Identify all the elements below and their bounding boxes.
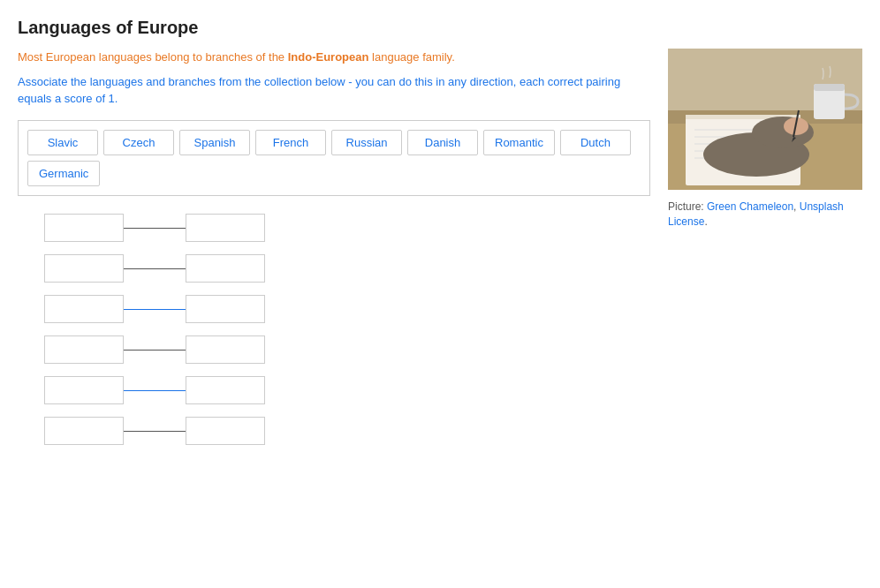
intro-text-after: language family. <box>368 50 454 64</box>
word-chip-czech[interactable]: Czech <box>103 130 174 155</box>
pair-right-4[interactable] <box>186 335 265 364</box>
pair-row-5 <box>44 376 650 404</box>
word-chip-spanish[interactable]: Spanish <box>179 130 250 155</box>
word-chip-germanic[interactable]: Germanic <box>27 161 100 186</box>
photo-caption: Picture: Green Chameleon, Unsplash Licen… <box>668 200 862 230</box>
pair-right-1[interactable] <box>186 214 265 242</box>
word-chip-french[interactable]: French <box>255 130 326 155</box>
caption-separator: , <box>793 200 800 213</box>
svg-rect-16 <box>814 84 845 91</box>
caption-period: . <box>704 215 707 228</box>
page-title: Languages of Europe <box>18 18 862 38</box>
intro-text-before: Most European languages belong to branch… <box>18 50 288 64</box>
word-chip-russian[interactable]: Russian <box>331 130 402 155</box>
photo-image <box>668 49 862 190</box>
word-chip-romantic[interactable]: Romantic <box>483 130 555 155</box>
pair-left-4[interactable] <box>44 335 124 364</box>
pair-left-6[interactable] <box>44 417 124 445</box>
pair-right-3[interactable] <box>186 295 265 323</box>
caption-prefix: Picture: <box>668 200 707 213</box>
intro-paragraph: Most European languages belong to branch… <box>18 49 650 66</box>
right-column: Picture: Green Chameleon, Unsplash Licen… <box>668 49 862 445</box>
main-layout: Most European languages belong to branch… <box>18 49 862 445</box>
word-chip-slavic[interactable]: Slavic <box>27 130 98 155</box>
pair-left-1[interactable] <box>44 214 124 242</box>
pair-right-6[interactable] <box>186 417 265 445</box>
pair-right-2[interactable] <box>186 254 265 283</box>
instruction-text: Associate the languages and branches fro… <box>18 73 650 108</box>
word-chip-danish[interactable]: Danish <box>407 130 478 155</box>
pair-row-2 <box>44 254 650 283</box>
pairs-area <box>18 214 650 445</box>
intro-highlight: Indo-European <box>288 50 369 64</box>
pair-right-5[interactable] <box>186 376 265 404</box>
pair-row-6 <box>44 417 650 445</box>
word-chip-dutch[interactable]: Dutch <box>560 130 631 155</box>
pair-left-5[interactable] <box>44 376 124 404</box>
pair-row-3 <box>44 295 650 323</box>
left-column: Most European languages belong to branch… <box>18 49 650 445</box>
pair-left-3[interactable] <box>44 295 124 323</box>
photo-credit1-link[interactable]: Green Chameleon <box>707 200 793 213</box>
word-bank: Slavic Czech Spanish French Russian Dani… <box>18 120 650 196</box>
pair-left-2[interactable] <box>44 254 124 283</box>
pair-row-1 <box>44 214 650 242</box>
photo-container <box>668 49 862 192</box>
pair-row-4 <box>44 335 650 364</box>
